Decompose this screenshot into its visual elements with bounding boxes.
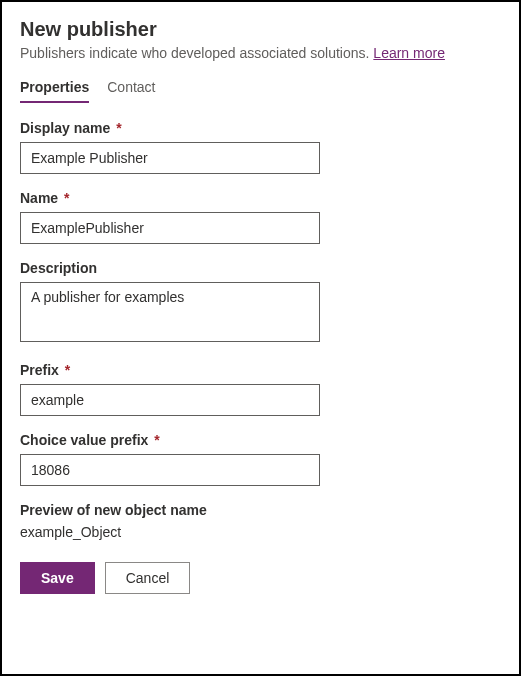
display-name-input[interactable] (20, 142, 320, 174)
choice-prefix-label: Choice value prefix * (20, 432, 501, 448)
footer-actions: Save Cancel (20, 562, 501, 594)
subtitle-text: Publishers indicate who developed associ… (20, 45, 373, 61)
display-name-label-text: Display name (20, 120, 110, 136)
page-title: New publisher (20, 18, 501, 41)
description-input[interactable]: A publisher for examples (20, 282, 320, 342)
name-label-text: Name (20, 190, 58, 206)
required-marker: * (154, 432, 159, 448)
preview-label: Preview of new object name (20, 502, 501, 518)
save-button[interactable]: Save (20, 562, 95, 594)
required-marker: * (116, 120, 121, 136)
name-label: Name * (20, 190, 501, 206)
choice-prefix-input[interactable] (20, 454, 320, 486)
tab-list: Properties Contact (20, 79, 501, 104)
field-choice-prefix: Choice value prefix * (20, 432, 501, 486)
prefix-label: Prefix * (20, 362, 501, 378)
field-description: Description A publisher for examples (20, 260, 501, 346)
prefix-label-text: Prefix (20, 362, 59, 378)
name-input[interactable] (20, 212, 320, 244)
page-subtitle: Publishers indicate who developed associ… (20, 45, 501, 61)
tab-contact[interactable]: Contact (107, 79, 155, 103)
tab-properties[interactable]: Properties (20, 79, 89, 103)
display-name-label: Display name * (20, 120, 501, 136)
learn-more-link[interactable]: Learn more (373, 45, 445, 61)
required-marker: * (64, 190, 69, 206)
prefix-input[interactable] (20, 384, 320, 416)
preview-value: example_Object (20, 524, 501, 540)
description-label: Description (20, 260, 501, 276)
field-name: Name * (20, 190, 501, 244)
required-marker: * (65, 362, 70, 378)
field-display-name: Display name * (20, 120, 501, 174)
field-prefix: Prefix * (20, 362, 501, 416)
choice-prefix-label-text: Choice value prefix (20, 432, 148, 448)
cancel-button[interactable]: Cancel (105, 562, 191, 594)
field-preview: Preview of new object name example_Objec… (20, 502, 501, 540)
